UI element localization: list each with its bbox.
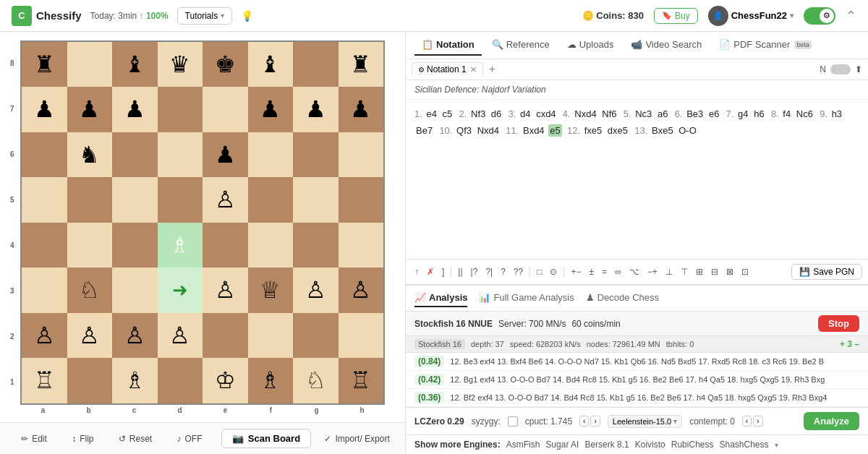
square-g8[interactable] (293, 42, 339, 87)
square-c4[interactable] (112, 223, 158, 268)
square-a8[interactable]: ♜ (22, 42, 67, 87)
ann-up[interactable]: ↑ (412, 265, 422, 278)
square-f2[interactable] (248, 313, 294, 359)
moves-area[interactable]: 1. e4 c5 2. Nf3 d6 3. d4 cxd4 4. Nxd4 Nf… (406, 100, 868, 259)
square-d5[interactable] (158, 177, 203, 223)
square-a1[interactable]: ♖ (22, 358, 67, 403)
square-h7[interactable]: ♟ (339, 87, 384, 132)
square-c8[interactable]: ♝ (112, 42, 158, 87)
tab-pdf-scanner[interactable]: 📄 PDF Scanner beta (712, 35, 819, 56)
square-c3[interactable] (112, 267, 158, 313)
square-g5[interactable] (293, 177, 339, 223)
engine-line-2[interactable]: (0.42) 12. Bg1 exf4 13. O-O-O Bd7 14. Bd… (406, 371, 868, 389)
square-b3[interactable]: ♘ (67, 267, 113, 313)
square-g6[interactable] (293, 132, 339, 178)
move-nxd4[interactable]: Nxd4 (476, 124, 501, 137)
square-f6[interactable] (248, 132, 294, 178)
notation-tab-1[interactable]: ⚙ Notation 1 ✕ (412, 62, 483, 77)
square-g3[interactable]: ♙ (293, 267, 339, 313)
collapse-button[interactable]: ⌃ (846, 8, 856, 24)
tutorials-button[interactable]: Tutorials ▾ (177, 7, 233, 25)
engine-berserk[interactable]: Berserk 8.1 (584, 440, 629, 450)
ann-b2[interactable]: ⊟ (708, 265, 721, 278)
ann-x[interactable]: ✗ (424, 265, 437, 278)
square-f7[interactable]: ♟ (248, 87, 294, 132)
move-be3[interactable]: Be3 (685, 108, 705, 120)
square-f1[interactable]: ♗ (248, 358, 294, 403)
contempt-decrease[interactable]: ‹ (742, 416, 752, 427)
ann-inf[interactable]: ∞ (612, 265, 624, 278)
square-f8[interactable]: ♝ (248, 42, 294, 87)
square-d7[interactable] (158, 87, 203, 132)
square-h4[interactable] (339, 223, 384, 268)
move-h3[interactable]: h3 (830, 108, 843, 120)
square-a7[interactable]: ♟ (22, 87, 67, 132)
square-d1[interactable] (158, 358, 203, 403)
ann-adv[interactable]: +− (568, 265, 584, 278)
square-b7[interactable]: ♟ (67, 87, 113, 132)
square-h6[interactable] (339, 132, 384, 178)
square-h2[interactable] (339, 313, 384, 359)
square-c1[interactable]: ♗ (112, 358, 158, 403)
ann-equal[interactable]: = (599, 265, 610, 278)
square-f5[interactable] (248, 177, 294, 223)
ann-quest[interactable]: ? (498, 265, 509, 278)
square-a5[interactable] (22, 177, 67, 223)
move-nc6[interactable]: Nc6 (795, 108, 814, 120)
engine-line-1[interactable]: (0.84) 12. Be3 exf4 13. Bxf4 Be6 14. O-O… (406, 353, 868, 371)
tab-uploads[interactable]: ☁ Uploads (560, 35, 621, 56)
square-a3[interactable] (22, 267, 67, 313)
square-g7[interactable]: ♟ (293, 87, 339, 132)
engine-select[interactable]: Leelenstein-15.0 ▾ (608, 415, 682, 428)
ann-bracket[interactable]: ] (439, 265, 447, 278)
square-a4[interactable] (22, 223, 67, 268)
square-d4[interactable]: ♗ (158, 223, 203, 268)
ann-slight[interactable]: ± (586, 265, 597, 278)
move-h6[interactable]: h6 (752, 108, 765, 120)
square-e7[interactable] (203, 87, 248, 132)
square-f4[interactable] (248, 223, 294, 268)
square-b1[interactable] (67, 358, 113, 403)
square-e3[interactable]: ♙ (203, 267, 248, 313)
move-e6[interactable]: e6 (707, 108, 720, 120)
square-h1[interactable]: ♖ (339, 358, 384, 403)
ann-circle[interactable]: ⊙ (547, 265, 560, 278)
sound-button[interactable]: ♪ OFF (171, 431, 208, 447)
save-pgn-button[interactable]: 💾 Save PGN (791, 264, 862, 280)
edit-button[interactable]: ✏ Edit (15, 431, 53, 447)
cpuct-increase[interactable]: › (590, 416, 600, 427)
move-bxd4[interactable]: Bxd4 (522, 124, 546, 137)
tab-video-search[interactable]: 📹 Video Search (624, 35, 709, 56)
square-h5[interactable] (339, 177, 384, 223)
move-d6[interactable]: d6 (490, 108, 503, 120)
square-e1[interactable]: ♔ (203, 358, 248, 403)
buy-button[interactable]: 🔖Buy (654, 8, 698, 24)
square-b6[interactable]: ♞ (67, 132, 113, 178)
cpuct-decrease[interactable]: ‹ (579, 416, 589, 427)
move-fxe5[interactable]: fxe5 (583, 124, 604, 137)
move-nxd4[interactable]: Nxd4 (573, 108, 597, 120)
square-f3[interactable]: ♕ (248, 267, 294, 313)
theme-toggle[interactable]: ⚙ (804, 7, 835, 25)
atab-decode[interactable]: ♟ Decode Chess (586, 289, 659, 307)
move-be7[interactable]: Be7 (414, 124, 434, 137)
move-dxe5[interactable]: dxe5 (606, 124, 629, 137)
ann-quest2[interactable]: ?| (482, 265, 495, 278)
ann-minus[interactable]: −+ (644, 265, 660, 278)
square-b5[interactable] (67, 177, 113, 223)
ann-b1[interactable]: ⊞ (693, 265, 706, 278)
ann-quest1[interactable]: |? (468, 265, 481, 278)
move-a6[interactable]: a6 (656, 108, 669, 120)
square-d8[interactable]: ♛ (158, 42, 203, 87)
engine-rubichess[interactable]: RubiChess (671, 440, 714, 450)
add-tab-button[interactable]: + (486, 63, 498, 76)
square-c6[interactable] (112, 132, 158, 178)
move-c5[interactable]: c5 (441, 108, 454, 120)
square-g2[interactable] (293, 313, 339, 359)
atab-analysis[interactable]: 📈 Analysis (414, 289, 467, 307)
square-c5[interactable] (112, 177, 158, 223)
ann-top[interactable]: ⊤ (678, 265, 691, 278)
square-b4[interactable] (67, 223, 113, 268)
square-c7[interactable]: ♟ (112, 87, 158, 132)
tab-notation[interactable]: 📋 Notation (414, 35, 482, 56)
